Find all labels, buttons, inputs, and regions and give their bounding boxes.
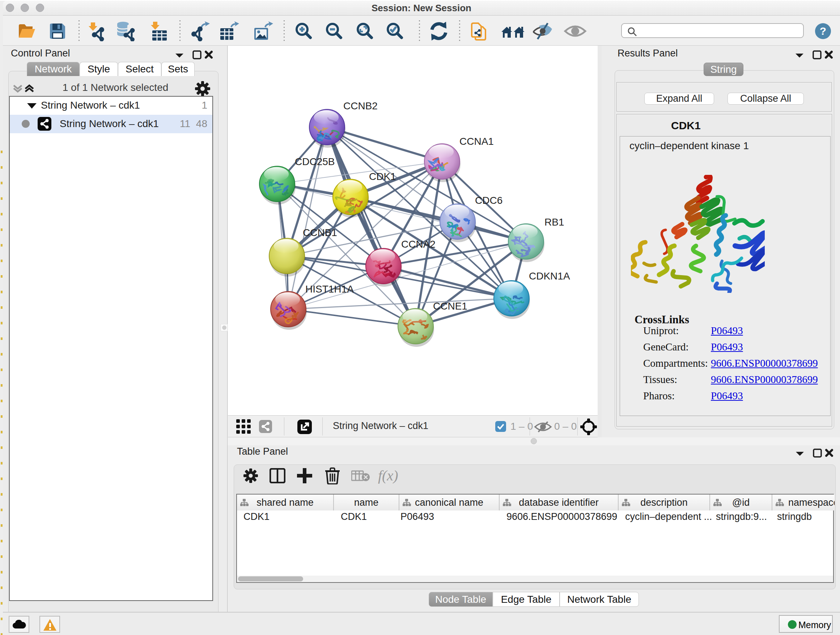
svg-text:CCNE1: CCNE1 [433,301,467,312]
svg-text:CDKN1A: CDKN1A [529,271,570,282]
svg-text:CDK1: CDK1 [369,171,396,182]
svg-text:CCNB2: CCNB2 [343,100,378,111]
svg-text:CCNA1: CCNA1 [459,136,494,147]
svg-text:CDC25B: CDC25B [295,156,335,167]
svg-text:CCNB1: CCNB1 [303,227,337,238]
svg-text:RB1: RB1 [545,217,564,228]
svg-text:?: ? [820,25,826,37]
svg-text:CDC6: CDC6 [475,195,502,206]
svg-text:CCNA2: CCNA2 [401,239,436,250]
svg-text:HIST1H1A: HIST1H1A [305,283,354,295]
